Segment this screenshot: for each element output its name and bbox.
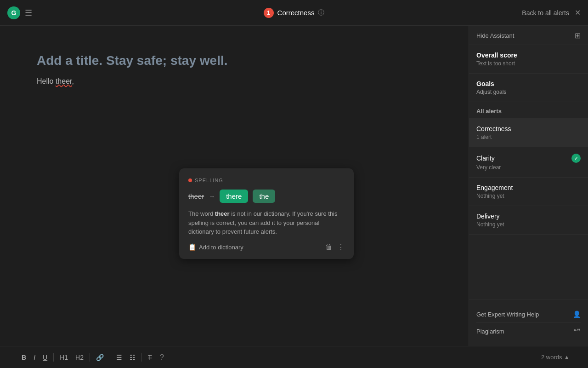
sidebar-goals[interactable]: Goals Adjust goals [469, 74, 588, 102]
sidebar-top: Hide Assistant ⊞ [469, 26, 588, 45]
hamburger-icon[interactable]: ☰ [25, 8, 32, 18]
add-to-dictionary-button[interactable]: 📋 Add to dictionary [188, 243, 243, 251]
italic-button[interactable]: I [30, 352, 39, 363]
add-dict-label: Add to dictionary [199, 244, 243, 251]
doc-title: Add a title. Stay safe; stay well. [37, 53, 432, 68]
get-expert-label: Get Expert Writing Help [476, 311, 539, 318]
goals-title: Goals [476, 80, 581, 87]
clarity-meta: Very clear [476, 164, 581, 171]
unordered-list-button[interactable]: ☷ [126, 352, 139, 363]
hide-assistant-button[interactable]: Hide Assistant [476, 32, 514, 39]
spelling-suggestions: theer → there the [188, 190, 345, 203]
correctness-row-header: Correctness [476, 125, 581, 132]
topbar-right: Back to all alerts ✕ [324, 8, 581, 17]
close-icon[interactable]: ✕ [575, 8, 581, 17]
suggestion-the-button[interactable]: the [253, 190, 275, 203]
help-icon[interactable]: ? [160, 353, 164, 362]
plagiarism-label: Plagiarism [476, 328, 504, 335]
doc-body: Hello theer, [37, 77, 432, 86]
person-icon: 👤 [573, 310, 581, 318]
overall-score-sub: Text is too short [476, 60, 581, 67]
ordered-list-button[interactable]: ☰ [113, 352, 125, 363]
correctness-badge: 1 [264, 8, 274, 18]
add-dict-icon: 📋 [188, 243, 196, 251]
arrow-icon: → [209, 193, 215, 200]
desc-bold: theer [215, 210, 230, 217]
main-layout: Add a title. Stay safe; stay well. Hello… [0, 26, 588, 346]
fmt-divider-1 [53, 353, 54, 362]
info-icon[interactable]: ⓘ [318, 9, 324, 17]
wrong-word-display: theer [188, 192, 204, 200]
delivery-title: Delivery [476, 213, 500, 220]
body-prefix: Hello [37, 77, 56, 85]
delivery-meta: Nothing yet [476, 221, 581, 228]
topbar-correctness-label: Correctness [277, 9, 315, 17]
goals-sub: Adjust goals [476, 89, 581, 95]
desc-pre: The word [188, 210, 215, 217]
misspelled-word: theer [56, 77, 72, 85]
sidebar: Hide Assistant ⊞ Overall score Text is t… [469, 26, 588, 346]
clarity-check-icon: ✓ [571, 154, 581, 163]
sidebar-overall-score[interactable]: Overall score Text is too short [469, 45, 588, 74]
body-suffix: , [72, 77, 74, 85]
spelling-dot [188, 178, 192, 182]
spelling-actions: 📋 Add to dictionary 🗑 ⋮ [188, 243, 345, 252]
engagement-title: Engagement [476, 184, 513, 191]
delivery-row-header: Delivery [476, 213, 581, 220]
engagement-meta: Nothing yet [476, 193, 581, 199]
topbar-center: 1 Correctness ⓘ [264, 8, 325, 18]
sidebar-bottom: Get Expert Writing Help 👤 Plagiarism ❝❞ [469, 299, 588, 346]
sidebar-item-clarity[interactable]: Clarity ✓ Very clear [469, 147, 588, 178]
sidebar-item-engagement[interactable]: Engagement Nothing yet [469, 178, 588, 206]
clarity-row-header: Clarity ✓ [476, 154, 581, 163]
grammarly-logo: G [7, 6, 20, 19]
fmt-divider-3 [110, 353, 110, 362]
fmt-divider-2 [90, 353, 90, 362]
correctness-title: Correctness [476, 125, 511, 132]
sidebar-item-correctness[interactable]: Correctness 1 alert [469, 119, 588, 147]
back-all-alerts-link[interactable]: Back to all alerts [522, 9, 569, 17]
correctness-meta: 1 alert [476, 134, 581, 140]
bottom-toolbar: B I U H1 H2 🔗 ☰ ☷ T̶ ? 2 words ▲ [0, 346, 588, 368]
fmt-divider-4 [141, 353, 142, 362]
spelling-header: SPELLING [188, 178, 345, 183]
underline-button[interactable]: U [40, 352, 51, 363]
get-expert-row[interactable]: Get Expert Writing Help 👤 [476, 306, 581, 323]
spelling-label: SPELLING [195, 178, 223, 183]
clarity-title: Clarity [476, 155, 495, 162]
more-options-button[interactable]: ⋮ [337, 243, 345, 252]
topbar-left: G ☰ [7, 6, 264, 19]
all-alerts-label: All alerts [469, 102, 588, 119]
h1-button[interactable]: H1 [57, 352, 71, 363]
spelling-popup: SPELLING theer → there the The word thee… [179, 168, 354, 259]
link-button[interactable]: 🔗 [93, 352, 107, 363]
suggestion-there-button[interactable]: there [220, 190, 248, 203]
format-tools: B I U H1 H2 🔗 ☰ ☷ T̶ ? [18, 352, 164, 363]
sidebar-view-icon[interactable]: ⊞ [575, 31, 581, 40]
overall-score-title: Overall score [476, 52, 581, 59]
sidebar-item-delivery[interactable]: Delivery Nothing yet [469, 206, 588, 235]
spelling-action-icons: 🗑 ⋮ [325, 243, 345, 252]
bold-button[interactable]: B [18, 352, 29, 363]
engagement-row-header: Engagement [476, 184, 581, 191]
delete-suggestion-button[interactable]: 🗑 [325, 243, 333, 251]
topbar: G ☰ 1 Correctness ⓘ Back to all alerts ✕ [0, 0, 588, 26]
h2-button[interactable]: H2 [72, 352, 87, 363]
plagiarism-row[interactable]: Plagiarism ❝❞ [476, 323, 581, 339]
spelling-description: The word theer is not in our dictionary.… [188, 209, 345, 236]
quote-icon: ❝❞ [573, 328, 581, 335]
clear-format-button[interactable]: T̶ [145, 352, 155, 363]
editor-area[interactable]: Add a title. Stay safe; stay well. Hello… [0, 26, 469, 346]
word-count: 2 words ▲ [541, 354, 570, 361]
